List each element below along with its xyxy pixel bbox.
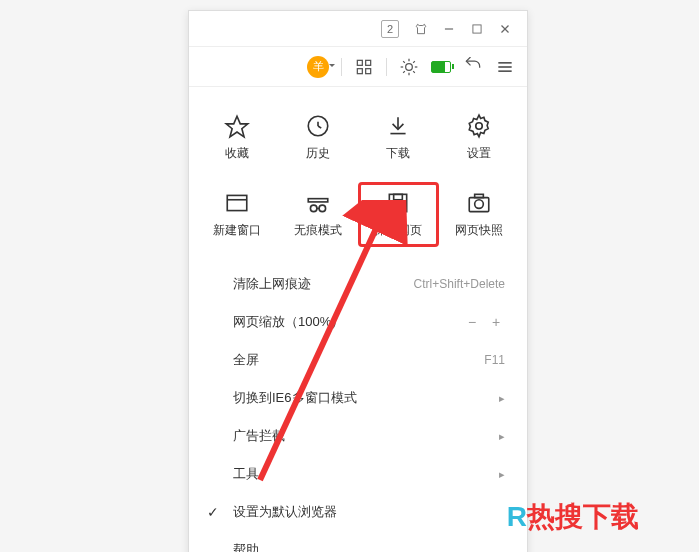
grid-label: 收藏 [225,145,249,162]
zoom-in-button[interactable]: + [487,313,505,331]
grid-row-1: 收藏 历史 下载 设置 [189,105,527,170]
incognito-item[interactable]: 无痕模式 [278,182,359,247]
menu-label: 网页缩放（100%） [233,313,344,331]
svg-rect-4 [357,60,362,65]
set-default-item[interactable]: 设置为默认浏览器 [189,493,527,531]
gear-icon [466,113,492,139]
download-icon [385,113,411,139]
undo-icon[interactable] [463,57,483,77]
menu-label: 设置为默认浏览器 [233,503,337,521]
svg-rect-7 [366,68,371,73]
tab-count-badge[interactable]: 2 [381,20,399,38]
svg-point-35 [474,200,483,209]
minimize-button[interactable] [435,15,463,43]
menu-label: 广告拦截 [233,427,285,445]
grid-label: 保存网页 [374,222,422,239]
svg-rect-36 [474,194,483,197]
svg-line-14 [413,71,415,73]
grid-label: 设置 [467,145,491,162]
svg-line-15 [403,71,405,73]
grid-row-2: 新建窗口 无痕模式 保存网页 网页快照 [189,182,527,247]
grid-label: 历史 [306,145,330,162]
zoom-out-button[interactable]: − [463,313,481,331]
grid-label: 无痕模式 [294,222,342,239]
user-avatar[interactable]: 羊 [307,56,329,78]
menu-icon[interactable] [495,57,515,77]
star-icon [224,113,250,139]
menu-shortcut: F11 [484,353,505,367]
incognito-icon [305,190,331,216]
svg-rect-5 [366,60,371,65]
separator [341,58,342,76]
new-window-item[interactable]: 新建窗口 [197,182,278,247]
adblock-item[interactable]: 广告拦截 ▸ [189,417,527,455]
menu-label: 工具 [233,465,259,483]
help-item[interactable]: 帮助 [189,531,527,552]
settings-item[interactable]: 设置 [439,105,520,170]
svg-rect-1 [473,24,481,32]
svg-rect-32 [394,194,403,199]
maximize-button[interactable] [463,15,491,43]
chevron-right-icon: ▸ [499,430,505,443]
snapshot-item[interactable]: 网页快照 [439,182,520,247]
svg-line-13 [403,61,405,63]
toolbar: 羊 [189,47,527,87]
svg-point-28 [310,205,317,212]
browser-window: 2 羊 [188,10,528,552]
menu-shortcut: Ctrl+Shift+Delete [414,277,505,291]
history-item[interactable]: 历史 [278,105,359,170]
chevron-right-icon: ▸ [499,392,505,405]
menu-list: 清除上网痕迹 Ctrl+Shift+Delete 网页缩放（100%） − + … [189,259,527,552]
svg-rect-6 [357,68,362,73]
menu-label: 切换到IE6多窗口模式 [233,389,357,407]
apps-grid-icon[interactable] [354,57,374,77]
svg-line-16 [413,61,415,63]
svg-rect-33 [393,204,404,212]
separator [386,58,387,76]
menu-label: 帮助 [233,541,259,552]
svg-line-23 [318,126,321,128]
svg-point-24 [476,123,483,130]
svg-point-29 [319,205,326,212]
close-button[interactable] [491,15,519,43]
save-page-item[interactable]: 保存网页 [358,182,439,247]
download-item[interactable]: 下载 [358,105,439,170]
menu-label: 全屏 [233,351,259,369]
brightness-icon[interactable] [399,57,419,77]
menu-label: 清除上网痕迹 [233,275,311,293]
skin-icon[interactable] [407,15,435,43]
window-icon [224,190,250,216]
fullscreen-item[interactable]: 全屏 F11 [189,341,527,379]
grid-label: 网页快照 [455,222,503,239]
svg-rect-25 [228,195,248,210]
svg-marker-20 [226,116,248,137]
menu-panel: 收藏 历史 下载 设置 新建窗口 无痕模式 [189,87,527,552]
clear-traces-item[interactable]: 清除上网痕迹 Ctrl+Shift+Delete [189,265,527,303]
grid-label: 新建窗口 [213,222,261,239]
camera-icon [466,190,492,216]
grid-label: 下载 [386,145,410,162]
clock-icon [305,113,331,139]
battery-icon [431,57,451,77]
svg-rect-27 [308,199,328,202]
switch-ie6-item[interactable]: 切换到IE6多窗口模式 ▸ [189,379,527,417]
titlebar: 2 [189,11,527,47]
chevron-right-icon: ▸ [499,468,505,481]
watermark-text: 热搜下载 [527,501,639,532]
tools-item[interactable]: 工具 ▸ [189,455,527,493]
zoom-controls: − + [463,313,505,331]
save-icon [385,190,411,216]
favorites-item[interactable]: 收藏 [197,105,278,170]
svg-point-8 [406,63,413,70]
zoom-item[interactable]: 网页缩放（100%） − + [189,303,527,341]
